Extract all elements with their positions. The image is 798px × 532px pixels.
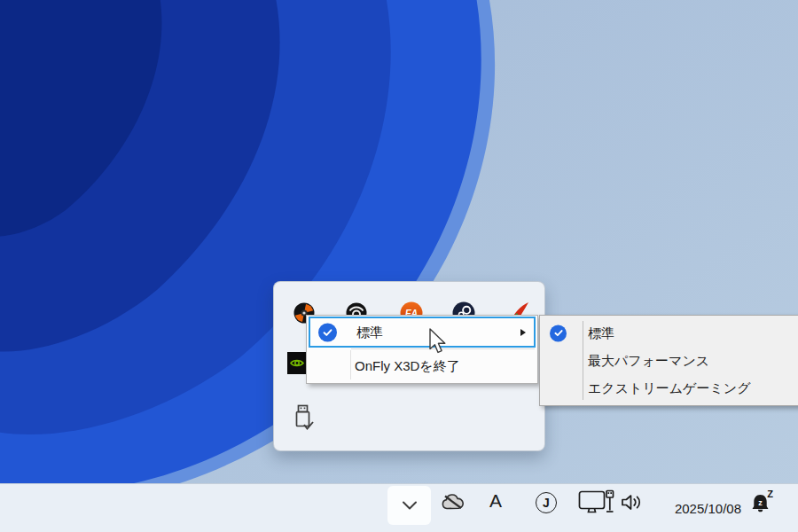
ethernet-network-icon[interactable] <box>578 489 615 514</box>
nvidia-settings-icon[interactable] <box>287 352 307 374</box>
svg-text:Z: Z <box>767 489 773 499</box>
check-icon <box>318 323 337 341</box>
tray-app-j-icon[interactable]: J <box>536 492 557 513</box>
chevron-down-icon <box>399 497 420 514</box>
date-text: 2025/10/08 <box>675 501 741 516</box>
do-not-disturb-bell-icon[interactable]: z Z <box>748 489 775 519</box>
onedrive-offline-cloud-icon[interactable] <box>440 493 465 512</box>
desktop: EA <box>0 0 798 532</box>
submenu-item-max-performance[interactable]: 最大パフォーマンス <box>541 347 798 374</box>
context-menu: 標準 OnFly X3Dを終了 <box>306 315 538 384</box>
submenu-item-label: エクストリームゲーミング <box>588 379 751 396</box>
taskbar: A J <box>0 483 798 532</box>
menu-item-label: OnFly X3Dを終了 <box>355 358 460 375</box>
submenu-arrow-icon <box>520 329 526 336</box>
menu-item-exit[interactable]: OnFly X3Dを終了 <box>309 350 536 382</box>
mouse-cursor <box>429 328 450 356</box>
ime-mode-indicator[interactable]: A <box>484 490 507 512</box>
svg-text:z: z <box>758 498 763 507</box>
profile-submenu: 標準 最大パフォーマンス エクストリームゲーミング <box>539 315 798 406</box>
taskbar-clock[interactable]: 2025/10/08 <box>649 484 741 532</box>
submenu-item-label: 標準 <box>588 325 614 341</box>
check-icon <box>550 325 567 341</box>
volume-icon[interactable] <box>621 492 644 512</box>
wallpaper-bloom <box>0 0 798 532</box>
hidden-icons-chevron-button[interactable] <box>387 486 431 525</box>
menu-item-standard[interactable]: 標準 <box>309 317 536 348</box>
menu-item-label: 標準 <box>356 324 383 340</box>
tray-app-j-letter: J <box>543 496 550 510</box>
usb-safely-remove-icon[interactable] <box>293 404 316 433</box>
submenu-item-standard[interactable]: 標準 <box>541 319 798 347</box>
submenu-item-label: 最大パフォーマンス <box>588 352 709 369</box>
submenu-item-extreme-gaming[interactable]: エクストリームゲーミング <box>541 374 798 402</box>
